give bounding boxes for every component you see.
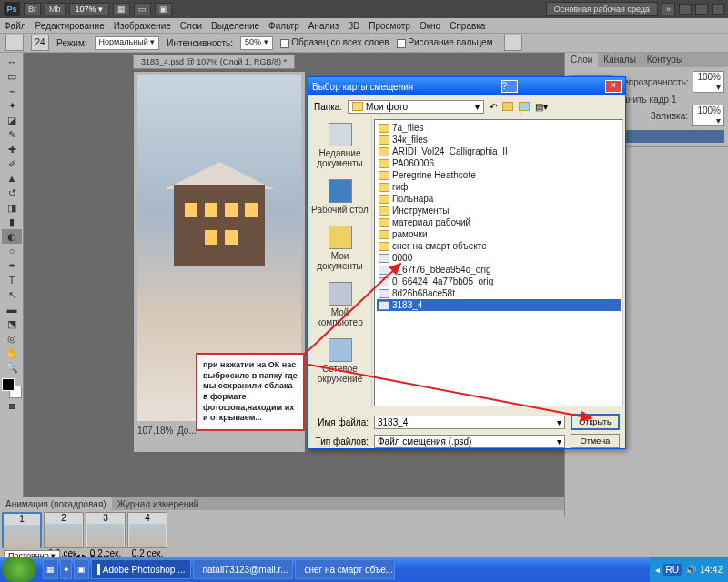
folder-select[interactable]: Мои фото ▾ [348,100,484,114]
menu-layer[interactable]: Слои [180,21,202,31]
menu-file[interactable]: Файл [4,21,26,31]
wand-tool-icon[interactable]: ✦ [2,98,22,113]
tab-animation[interactable]: Анимация (покадровая) [0,497,112,510]
file-list[interactable]: 7a_files34к_filesARIDI_Vol24_Calligraphi… [374,119,623,406]
filetype-select[interactable]: Файл смещения (.psd)▾ [374,435,565,448]
filename-input[interactable]: 3183_4▾ [374,416,565,429]
stamp-tool-icon[interactable]: ▲ [2,171,22,186]
tool-preset-icon[interactable] [5,35,24,51]
tab-paths[interactable]: Контуры [642,53,688,67]
eyedropper-tool-icon[interactable]: ✎ [2,127,22,142]
file-item[interactable]: 0_67f76_b8ea954d_orig [377,264,621,276]
view-extras-icon[interactable]: ▦ [113,3,130,15]
folder-item[interactable]: PA060006 [377,157,621,169]
history-brush-icon[interactable]: ↺ [2,186,22,200]
color-swatches[interactable] [2,378,22,398]
move-tool-icon[interactable]: ↔ [2,55,22,69]
folder-item[interactable]: Инструменты [377,205,621,216]
language-indicator[interactable]: RU [663,564,682,576]
tab-channels[interactable]: Каналы [598,53,642,67]
dialog-titlebar[interactable]: Выбор карты смещения ? ✕ [308,77,625,95]
tray-icon[interactable]: 🔊 [685,565,696,575]
folder-item[interactable]: материал рабочий [377,216,621,228]
menu-window[interactable]: Окно [420,21,440,31]
brush-tool-icon[interactable]: ✐ [2,156,22,171]
quickmask-icon[interactable]: ◙ [2,398,22,413]
taskbar-item[interactable]: Adobe Photoshop ... [91,559,191,579]
fg-color-swatch[interactable] [2,378,15,391]
opacity-field[interactable]: 100% ▾ [693,71,724,93]
animation-frame[interactable]: 30,2 сек. [86,512,126,548]
path-tool-icon[interactable]: ↖ [2,287,22,302]
3d-tool-icon[interactable]: ⬔ [2,316,22,331]
zoom-level[interactable]: 107% ▾ [69,3,110,15]
file-item[interactable]: 0000 [377,252,621,264]
gradient-tool-icon[interactable]: ▮ [2,215,22,229]
folder-item[interactable]: 34к_files [377,134,621,146]
minimize-icon[interactable] [679,4,692,15]
folder-item[interactable]: Гюльнара [377,193,621,205]
menu-help[interactable]: Справка [450,21,485,31]
file-item[interactable]: 0_66424_4a77bb05_orig [377,276,621,287]
cancel-button[interactable]: Отмена [571,434,620,448]
animation-frame[interactable]: 20,2 сек. [44,512,84,548]
up-icon[interactable] [502,102,513,111]
sample-all-checkbox[interactable] [280,39,289,48]
view-menu-icon[interactable]: ▤▾ [535,102,548,112]
tray-icon[interactable]: ◂ [655,565,660,575]
tab-measurement[interactable]: Журнал измерений [112,497,205,510]
type-tool-icon[interactable]: T [2,273,22,287]
tab-layers[interactable]: Слои [565,53,598,67]
clock[interactable]: 14:42 [700,565,723,575]
folder-item[interactable]: снег на смарт объекте [377,240,621,252]
marquee-tool-icon[interactable]: ▭ [2,69,22,84]
workspace-switcher[interactable]: Основная рабочая среда [546,2,658,16]
folder-item[interactable]: гиф [377,181,621,193]
fingerpaint-checkbox[interactable] [397,39,406,48]
crop-tool-icon[interactable]: ◪ [2,113,22,127]
menu-analysis[interactable]: Анализ [308,21,339,31]
animation-frame[interactable]: 10,2 сек. [2,512,42,548]
dodge-tool-icon[interactable]: ○ [2,244,22,258]
eraser-tool-icon[interactable]: ◨ [2,200,22,215]
start-button[interactable] [2,557,36,582]
file-item[interactable]: 8d26b68ace58t [377,287,621,299]
hand-tool-icon[interactable]: ✋ [2,346,22,360]
taskbar-item[interactable]: снег на смарт объе... [295,559,395,579]
lasso-tool-icon[interactable]: ⌁ [2,84,22,98]
open-button[interactable]: Открыть [571,414,620,430]
folder-item[interactable]: рамочки [377,228,621,240]
brush-preset-icon[interactable]: 24 [31,35,49,51]
menu-edit[interactable]: Редактирование [35,21,105,31]
3d-camera-icon[interactable]: ◎ [2,331,22,346]
shape-tool-icon[interactable]: ▬ [2,302,22,316]
folder-item[interactable]: 7a_files [377,122,621,134]
healing-tool-icon[interactable]: ✚ [2,142,22,156]
quick-launch-icon[interactable]: ● [60,559,72,579]
animation-frame[interactable]: 40,2 сек. [127,512,167,548]
sidebar-network[interactable]: Сетевое окружение [308,333,371,389]
bridge-button[interactable]: Br [24,3,41,15]
smudge-tool-icon[interactable]: ◐ [2,229,22,244]
menu-view[interactable]: Просмотр [369,21,410,31]
screen-mode-icon[interactable]: ▣ [155,3,172,15]
sidebar-mydocs[interactable]: Мои документы [308,220,371,276]
pen-tool-icon[interactable]: ✒ [2,258,22,273]
tablet-pressure-icon[interactable] [504,35,522,51]
document-tab[interactable]: 3183_4.psd @ 107% (Слой 1, RGB/8) * [133,55,295,69]
sidebar-computer[interactable]: Мой компьютер [308,276,371,333]
arrange-icon[interactable]: ▭ [134,3,151,15]
file-item[interactable]: 3183_4 [377,299,621,311]
back-icon[interactable]: ↶ [490,102,497,112]
new-folder-icon[interactable] [519,102,530,111]
dialog-close-icon[interactable]: ✕ [605,80,622,93]
fill-field[interactable]: 100% ▾ [692,105,724,126]
quick-launch-icon[interactable]: ▣ [74,559,89,579]
close-icon[interactable] [712,4,724,15]
menu-3d[interactable]: 3D [348,21,359,31]
quick-launch-icon[interactable]: ▦ [43,559,58,579]
folder-item[interactable]: Peregrine Heathcote [377,169,621,181]
workspace-expand[interactable]: » [662,3,675,15]
dialog-help-icon[interactable]: ? [501,80,518,93]
maximize-icon[interactable] [695,4,708,15]
